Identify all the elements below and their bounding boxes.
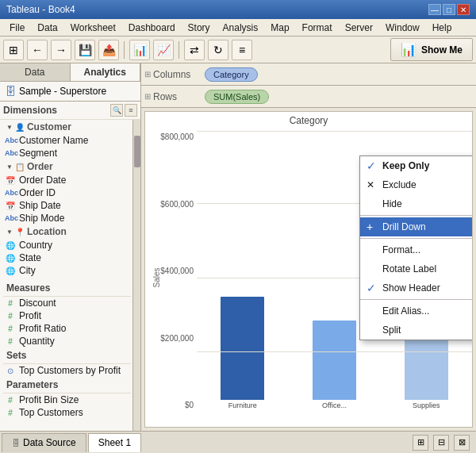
tab-analytics[interactable]: Analytics xyxy=(71,63,141,81)
field-profit-bin-size[interactable]: # Profit Bin Size xyxy=(3,393,131,406)
hash-icon: # xyxy=(5,324,16,333)
menu-dashboard[interactable]: Dashboard xyxy=(122,21,182,35)
bar-furniture[interactable] xyxy=(221,297,264,400)
new-story-btn[interactable]: ⊠ xyxy=(454,435,470,451)
group-location-label: Location xyxy=(27,226,67,237)
menu-help[interactable]: Help xyxy=(426,21,459,35)
main-layout: Data Analytics 🗄 Sample - Superstore Dim… xyxy=(0,63,476,431)
bar-office[interactable] xyxy=(313,321,356,400)
y-value-200k: $200,000 xyxy=(160,334,194,343)
ctx-hide[interactable]: Hide xyxy=(360,194,473,213)
toolbar-forward-btn[interactable]: → xyxy=(51,40,71,60)
data-source-row: 🗄 Sample - Superstore xyxy=(0,82,140,102)
minimize-button[interactable]: — xyxy=(428,4,441,15)
ctx-split[interactable]: Split xyxy=(360,321,473,340)
ctx-drill-down-label: Drill Down xyxy=(382,221,426,232)
field-quantity[interactable]: # Quantity xyxy=(3,335,131,347)
show-me-label: Show Me xyxy=(421,44,463,56)
field-quantity-label: Quantity xyxy=(19,336,55,347)
field-profit-label: Profit xyxy=(19,310,41,321)
field-state[interactable]: 🌐 State xyxy=(3,251,131,264)
menu-story[interactable]: Story xyxy=(182,21,217,35)
maximize-button[interactable]: □ xyxy=(443,4,455,15)
menu-analysis[interactable]: Analysis xyxy=(217,21,265,35)
panel-scrollbar[interactable] xyxy=(132,120,140,431)
group-location: ▼ 📍 Location xyxy=(3,225,131,239)
rows-sales-pill[interactable]: SUM(Sales) xyxy=(205,90,269,104)
ctx-drill-down[interactable]: + Drill Down xyxy=(360,217,473,236)
field-discount[interactable]: # Discount xyxy=(3,297,131,309)
toolbar-save-btn[interactable]: 💾 xyxy=(75,40,95,60)
tab-data[interactable]: Data xyxy=(0,63,71,81)
field-profit-ratio[interactable]: # Profit Ratio xyxy=(3,322,131,335)
ctx-rotate-label[interactable]: Rotate Label xyxy=(360,259,473,278)
viz-title: Category xyxy=(145,112,472,129)
scrollbar-thumb[interactable] xyxy=(134,136,140,167)
ctx-format-label: Format... xyxy=(382,244,420,255)
field-order-id[interactable]: Abc Order ID xyxy=(3,186,131,199)
ctx-format[interactable]: Format... xyxy=(360,240,473,259)
rows-label-text: Rows xyxy=(153,91,177,102)
show-me-button[interactable]: 📊 Show Me xyxy=(390,38,473,61)
toolbar-filter-btn[interactable]: ≡ xyxy=(232,40,252,60)
field-profit[interactable]: # Profit xyxy=(3,309,131,322)
field-customer-name[interactable]: Abc Customer Name xyxy=(3,134,131,147)
menu-data[interactable]: Data xyxy=(31,21,63,35)
toolbar-swap-btn[interactable]: ⇄ xyxy=(184,40,205,60)
ctx-edit-alias[interactable]: Edit Alias... xyxy=(360,301,473,321)
toolbar-grid-btn[interactable]: ⊞ xyxy=(3,40,24,60)
toolbar-chart-btn[interactable]: 📊 xyxy=(129,40,150,60)
new-dashboard-btn[interactable]: ⊟ xyxy=(433,435,449,451)
field-ship-mode[interactable]: Abc Ship Mode xyxy=(3,212,131,225)
field-segment[interactable]: Abc Segment xyxy=(3,147,131,159)
bar-group-furniture: Furniture xyxy=(200,297,286,409)
grid-line-800k xyxy=(197,131,472,132)
search-sort: 🔍 ≡ xyxy=(110,104,137,117)
menu-server[interactable]: Server xyxy=(339,21,379,35)
ctx-sep1 xyxy=(360,215,473,216)
menu-map[interactable]: Map xyxy=(264,21,295,35)
menu-worksheet[interactable]: Worksheet xyxy=(64,21,122,35)
location-group-icon: 📍 xyxy=(14,228,25,236)
columns-category-pill[interactable]: Category xyxy=(205,67,258,82)
tab-data-source[interactable]: 🗄 Data Source xyxy=(2,433,86,452)
toolbar-chart2-btn[interactable]: 📈 xyxy=(153,40,174,60)
field-order-date[interactable]: 📅 Order Date xyxy=(3,174,131,186)
close-button[interactable]: ✕ xyxy=(457,4,470,15)
database-icon: 🗄 xyxy=(5,85,16,98)
toolbar-back-btn[interactable]: ← xyxy=(27,40,48,60)
menu-window[interactable]: Window xyxy=(379,21,426,35)
globe-icon: 🌐 xyxy=(5,254,16,263)
globe-icon: 🌐 xyxy=(5,267,16,275)
field-ship-date[interactable]: 📅 Ship Date xyxy=(3,199,131,212)
field-top-customers-param[interactable]: # Top Customers xyxy=(3,406,131,419)
menu-file[interactable]: File xyxy=(3,21,31,35)
ctx-keep-only-label: Keep Only xyxy=(382,160,429,171)
triangle-icon: ▼ xyxy=(6,163,13,171)
search-button[interactable]: 🔍 xyxy=(110,104,123,117)
ctx-keep-only[interactable]: ✓ Keep Only xyxy=(360,156,473,175)
ctx-exclude[interactable]: ✕ Exclude xyxy=(360,175,473,194)
field-state-label: State xyxy=(19,252,41,263)
field-top-customers-set[interactable]: ⊙ Top Customers by Profit xyxy=(3,364,131,377)
tab-data-source-label: Data Source xyxy=(23,437,76,448)
tab-sheet1[interactable]: Sheet 1 xyxy=(88,433,141,452)
ctx-show-header[interactable]: ✓ Show Header xyxy=(360,278,473,298)
toolbar-refresh-btn[interactable]: ↻ xyxy=(208,40,228,60)
panel-tabs: Data Analytics xyxy=(0,63,140,82)
field-country[interactable]: 🌐 Country xyxy=(3,239,131,251)
field-city[interactable]: 🌐 City xyxy=(3,264,131,277)
group-order: ▼ 📋 Order xyxy=(3,159,131,174)
data-source-name[interactable]: Sample - Superstore xyxy=(19,86,106,97)
new-worksheet-btn[interactable]: ⊞ xyxy=(413,435,428,451)
ctx-rotate-label-text: Rotate Label xyxy=(382,263,436,274)
date-icon: 📅 xyxy=(5,202,16,210)
field-discount-label: Discount xyxy=(19,298,56,309)
parameters-label: Parameters xyxy=(6,379,58,390)
menu-format[interactable]: Format xyxy=(296,21,339,35)
plus-icon: + xyxy=(367,221,373,233)
toolbar: ⊞ ← → 💾 📤 📊 📈 ⇄ ↻ ≡ 📊 Show Me xyxy=(0,36,476,63)
toolbar-publish-btn[interactable]: 📤 xyxy=(98,40,119,60)
y-axis: Sales $800,000 $600,000 $400,000 $200,00… xyxy=(145,129,197,425)
sort-button[interactable]: ≡ xyxy=(125,104,137,117)
